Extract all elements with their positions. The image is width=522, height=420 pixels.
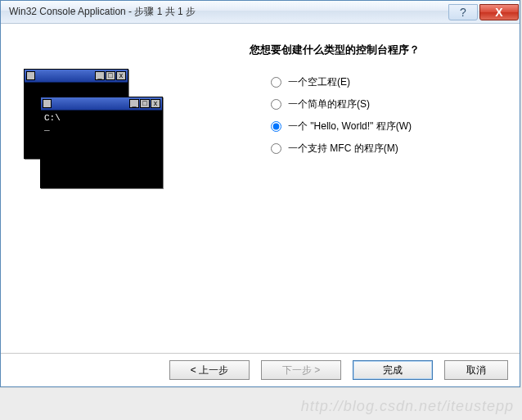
content-area: _ □ x _ □ x C:\ _ xyxy=(1,24,520,354)
console-cursor: _ xyxy=(44,123,50,133)
console-illustration: _ □ x _ □ x C:\ _ xyxy=(24,69,163,183)
option-label: 一个支持 MFC 的程序(M) xyxy=(288,142,398,156)
radio-simple-program[interactable] xyxy=(271,99,281,110)
illustration-pane: _ □ x _ □ x C:\ _ xyxy=(1,24,228,353)
option-label: 一个 "Hello, World!" 程序(W) xyxy=(288,120,412,133)
window-title: Win32 Console Application - 步骤 1 共 1 步 xyxy=(9,5,448,19)
option-mfc-support[interactable]: 一个支持 MFC 的程序(M) xyxy=(271,142,503,156)
radio-hello-world[interactable] xyxy=(271,121,281,132)
minimize-icon: _ xyxy=(129,99,139,108)
option-empty-project[interactable]: 一个空工程(E) xyxy=(271,75,503,89)
console-prompt-text: C:\ xyxy=(44,113,61,123)
window-icon xyxy=(26,71,35,80)
wizard-dialog: Win32 Console Application - 步骤 1 共 1 步 ?… xyxy=(0,0,520,387)
next-button: 下一步 > xyxy=(261,360,341,380)
back-button[interactable]: < 上一步 xyxy=(169,360,250,380)
cancel-button[interactable]: 取消 xyxy=(444,360,508,380)
option-simple-program[interactable]: 一个简单的程序(S) xyxy=(271,97,503,111)
options-pane: 您想要创建什么类型的控制台程序？ 一个空工程(E) 一个简单的程序(S) 一个 … xyxy=(228,24,520,353)
button-bar: < 上一步 下一步 > 完成 取消 xyxy=(1,354,520,386)
window-icon xyxy=(43,99,52,108)
maximize-icon: □ xyxy=(106,71,115,80)
titlebar: Win32 Console Application - 步骤 1 共 1 步 ?… xyxy=(1,1,520,24)
help-button[interactable]: ? xyxy=(448,4,478,20)
option-list: 一个空工程(E) 一个简单的程序(S) 一个 "Hello, World!" 程… xyxy=(250,75,503,156)
radio-mfc-support[interactable] xyxy=(271,143,281,154)
close-button[interactable]: X xyxy=(479,4,519,20)
option-hello-world[interactable]: 一个 "Hello, World!" 程序(W) xyxy=(271,120,503,133)
finish-button[interactable]: 完成 xyxy=(353,360,433,380)
close-icon: x xyxy=(151,99,160,108)
window-buttons: ? X xyxy=(448,4,520,20)
radio-empty-project[interactable] xyxy=(271,77,281,88)
option-label: 一个空工程(E) xyxy=(288,75,350,89)
prompt-heading: 您想要创建什么类型的控制台程序？ xyxy=(250,43,503,57)
watermark: http://blog.csdn.net/iteustepp xyxy=(301,398,514,415)
option-label: 一个简单的程序(S) xyxy=(288,97,370,111)
console-window-front: _ □ x C:\ _ xyxy=(40,97,163,188)
maximize-icon: □ xyxy=(140,99,150,108)
close-icon: x xyxy=(116,71,126,80)
minimize-icon: _ xyxy=(95,71,105,80)
